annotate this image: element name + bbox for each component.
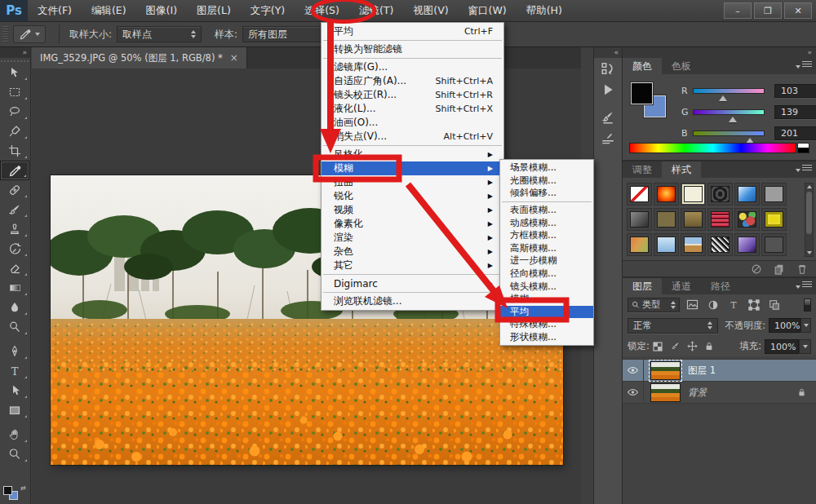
- style-swatch[interactable]: [707, 233, 733, 256]
- current-tool-chip[interactable]: [13, 25, 46, 43]
- filter-shape-layers-icon[interactable]: [746, 298, 761, 312]
- submenu-item-box-blur[interactable]: 方框模糊...: [500, 229, 593, 242]
- brush-presets-panel-button[interactable]: [594, 107, 622, 128]
- menu-edit[interactable]: 编辑(E): [82, 0, 136, 21]
- lasso-tool[interactable]: [0, 102, 29, 122]
- submenu-item-blur[interactable]: 模糊: [500, 293, 593, 306]
- eraser-tool[interactable]: [0, 259, 29, 278]
- menu-item-sharpen[interactable]: 锐化▶: [322, 189, 503, 203]
- tab-adjustments[interactable]: 调整: [623, 161, 662, 178]
- menu-item-oil-paint[interactable]: 油画(O)...: [322, 116, 503, 130]
- foreground-color-well[interactable]: [631, 82, 653, 104]
- blur-tool[interactable]: [0, 298, 29, 317]
- visibility-toggle[interactable]: [623, 360, 644, 382]
- actions-panel-button[interactable]: [594, 79, 622, 100]
- scroll-down-icon[interactable]: [807, 251, 812, 254]
- layer-filter-toggle[interactable]: [804, 298, 811, 312]
- quick-selection-tool[interactable]: [0, 122, 29, 141]
- red-slider-thumb[interactable]: [719, 95, 727, 101]
- healing-brush-tool[interactable]: [0, 180, 29, 200]
- filter-adjustment-layers-icon[interactable]: [705, 298, 721, 312]
- menu-item-browse-filters-online[interactable]: 浏览联机滤镜...: [322, 294, 503, 308]
- dodge-tool[interactable]: [0, 317, 29, 337]
- marquee-tool[interactable]: [0, 82, 29, 102]
- tab-layers[interactable]: 图层: [623, 278, 662, 294]
- type-tool[interactable]: T: [0, 361, 29, 381]
- trash-icon[interactable]: [796, 263, 808, 275]
- lock-position-icon[interactable]: [684, 339, 701, 354]
- menu-item-convert-smart[interactable]: 转换为智能滤镜: [322, 42, 503, 56]
- menu-filter[interactable]: 滤镜(T): [349, 0, 403, 21]
- layer-row-layer1[interactable]: 图层 1: [623, 360, 816, 382]
- style-swatch[interactable]: [681, 233, 706, 256]
- tool-presets-panel-button[interactable]: [594, 128, 622, 149]
- menu-help[interactable]: 帮助(H): [517, 0, 572, 21]
- brush-tool[interactable]: [0, 200, 29, 219]
- layer-row-background[interactable]: 背景: [623, 382, 816, 404]
- fill-dropdown-button[interactable]: [799, 339, 811, 354]
- submenu-item-blur-more[interactable]: 进一步模糊: [500, 254, 593, 267]
- blue-slider[interactable]: [693, 130, 765, 136]
- lock-pixels-icon[interactable]: [667, 339, 684, 354]
- clone-stamp-tool[interactable]: [0, 219, 29, 239]
- shape-tool[interactable]: [0, 400, 29, 420]
- submenu-item-average[interactable]: 平均: [500, 306, 593, 319]
- style-swatch[interactable]: [627, 208, 652, 231]
- color-swatches[interactable]: ⇄: [3, 484, 24, 501]
- blend-mode-dropdown[interactable]: 正常: [628, 318, 718, 334]
- filter-smart-objects-icon[interactable]: [766, 298, 782, 312]
- tab-paths[interactable]: 路径: [701, 278, 740, 294]
- submenu-item-radial-blur[interactable]: 径向模糊...: [500, 267, 593, 281]
- opacity-value[interactable]: 100%: [769, 318, 800, 333]
- gradient-tool[interactable]: [0, 278, 29, 298]
- tab-swatches[interactable]: 色板: [662, 58, 701, 74]
- style-swatch[interactable]: [654, 233, 679, 256]
- menu-item-distort[interactable]: 扭曲▶: [322, 175, 503, 189]
- layer-filter-type-dropdown[interactable]: 类型: [628, 298, 680, 312]
- menu-item-render[interactable]: 渲染▶: [322, 231, 503, 245]
- crop-tool[interactable]: [0, 141, 29, 161]
- green-value-field[interactable]: 139: [774, 105, 816, 119]
- visibility-toggle[interactable]: [623, 382, 644, 404]
- menu-item-digimarc[interactable]: Digimarc▶: [322, 276, 503, 290]
- blue-value-field[interactable]: 201: [774, 126, 816, 140]
- style-swatch[interactable]: [707, 183, 733, 206]
- style-swatch[interactable]: [761, 233, 787, 256]
- swap-colors-icon[interactable]: ⇄: [20, 484, 26, 492]
- document-tab[interactable]: IMG_3529.JPG @ 50% (图层 1, RGB/8) * ×: [32, 47, 247, 69]
- style-swatch[interactable]: [707, 208, 733, 231]
- menu-file[interactable]: 文件(F): [28, 0, 82, 21]
- lock-all-icon[interactable]: [701, 339, 718, 354]
- filter-type-layers-icon[interactable]: T: [725, 298, 741, 312]
- opacity-dropdown-button[interactable]: [800, 318, 811, 333]
- menu-item-stylize[interactable]: 风格化▶: [322, 148, 503, 161]
- green-slider-thumb[interactable]: [729, 117, 737, 122]
- path-selection-tool[interactable]: [0, 381, 29, 400]
- submenu-item-tilt-shift[interactable]: 倾斜偏移...: [500, 187, 593, 200]
- style-swatch[interactable]: [654, 183, 679, 206]
- submenu-item-field-blur[interactable]: 场景模糊...: [500, 161, 593, 175]
- tab-close-icon[interactable]: ×: [230, 52, 238, 64]
- hand-tool[interactable]: [0, 425, 29, 444]
- lock-transparency-icon[interactable]: [650, 339, 667, 354]
- menu-window[interactable]: 窗口(W): [459, 0, 517, 21]
- history-brush-tool[interactable]: [0, 239, 29, 259]
- menu-item-blur[interactable]: 模糊▶: [322, 161, 503, 175]
- submenu-item-motion-blur[interactable]: 动感模糊...: [500, 216, 593, 229]
- tab-color[interactable]: 颜色: [623, 58, 662, 74]
- style-swatch[interactable]: [734, 208, 760, 231]
- close-button[interactable]: ✕: [784, 2, 812, 19]
- submenu-item-iris-blur[interactable]: 光圈模糊...: [500, 175, 593, 188]
- menu-layer[interactable]: 图层(L): [187, 0, 241, 21]
- filter-pixel-layers-icon[interactable]: [685, 298, 700, 312]
- pen-tool[interactable]: [0, 342, 29, 361]
- green-slider[interactable]: [693, 109, 765, 115]
- menu-item-pixelate[interactable]: 像素化▶: [322, 217, 503, 231]
- style-swatch[interactable]: [734, 233, 760, 256]
- red-value-field[interactable]: 103: [774, 84, 816, 98]
- red-slider[interactable]: [693, 88, 765, 94]
- foreground-color-swatch[interactable]: [3, 486, 12, 495]
- eyedropper-tool[interactable]: [0, 161, 29, 180]
- style-swatch[interactable]: [681, 208, 706, 231]
- style-swatch[interactable]: [734, 183, 760, 206]
